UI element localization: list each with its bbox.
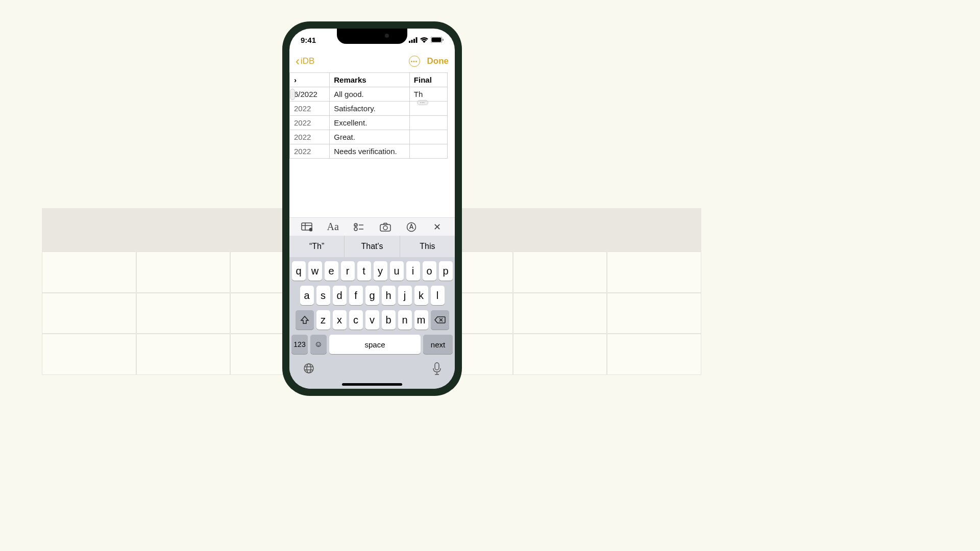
key-d[interactable]: d <box>333 286 347 305</box>
svg-point-21 <box>307 364 311 373</box>
cell-final[interactable] <box>409 144 447 159</box>
table-header-row: › Remarks Final <box>290 73 448 87</box>
key-i[interactable]: i <box>406 261 420 281</box>
wifi-icon <box>420 37 428 43</box>
key-z[interactable]: z <box>316 310 330 330</box>
cell-remarks[interactable]: All good. <box>330 87 410 102</box>
svg-point-16 <box>383 226 387 230</box>
globe-key[interactable] <box>303 362 315 375</box>
text-format-button[interactable]: Aa <box>327 221 339 233</box>
cell-remarks[interactable]: Excellent. <box>330 116 410 130</box>
key-k[interactable]: k <box>414 286 428 305</box>
header-date[interactable]: › <box>290 73 330 87</box>
cell-date[interactable]: 2022 <box>290 116 330 130</box>
cell-date[interactable]: 2022 <box>290 130 330 144</box>
header-final[interactable]: Final <box>409 73 447 87</box>
key-c[interactable]: c <box>349 310 363 330</box>
backspace-key[interactable] <box>431 310 449 330</box>
svg-rect-1 <box>411 40 413 43</box>
microphone-icon <box>432 362 442 375</box>
battery-icon <box>431 37 444 43</box>
table-button[interactable] <box>301 221 313 233</box>
key-w[interactable]: w <box>308 261 322 281</box>
suggestion-2[interactable]: This <box>400 236 455 257</box>
emoji-key[interactable]: ☺ <box>310 335 327 354</box>
table-row[interactable]: 2022 Excellent. <box>290 116 448 130</box>
shift-key[interactable] <box>296 310 314 330</box>
globe-icon <box>303 362 315 374</box>
key-x[interactable]: x <box>333 310 347 330</box>
back-button[interactable]: ‹ iDB <box>296 54 314 68</box>
back-label: iDB <box>301 56 314 66</box>
key-o[interactable]: o <box>423 261 436 281</box>
numbers-key[interactable]: 123 <box>291 335 308 354</box>
markup-button[interactable] <box>405 221 418 233</box>
cell-final[interactable] <box>409 130 447 144</box>
cell-remarks[interactable]: Great. <box>330 130 410 144</box>
table-row[interactable]: 6/2022 All good. Th <box>290 87 448 102</box>
formatting-toolbar: Aa ✕ <box>289 217 455 236</box>
notes-table-wrap: ··· › Remarks Final 6/2022 All good. Th … <box>289 72 455 159</box>
cell-date[interactable]: 2022 <box>290 144 330 159</box>
phone-frame: 9:41 ‹ iDB ••• <box>282 21 462 396</box>
key-j[interactable]: j <box>398 286 412 305</box>
svg-point-13 <box>354 228 357 231</box>
notes-table[interactable]: › Remarks Final 6/2022 All good. Th 2022… <box>289 72 448 159</box>
key-b[interactable]: b <box>382 310 396 330</box>
more-options-button[interactable]: ••• <box>409 56 420 67</box>
key-f[interactable]: f <box>349 286 363 305</box>
chevron-left-icon: ‹ <box>296 54 300 68</box>
key-y[interactable]: y <box>374 261 387 281</box>
cell-final[interactable] <box>409 102 447 116</box>
cell-date[interactable]: 6/2022 <box>290 87 330 102</box>
cell-remarks[interactable]: Satisfactory. <box>330 102 410 116</box>
key-t[interactable]: t <box>357 261 371 281</box>
close-toolbar-button[interactable]: ✕ <box>431 221 444 233</box>
dictation-key[interactable] <box>432 362 442 375</box>
svg-point-20 <box>304 364 313 373</box>
header-remarks[interactable]: Remarks <box>330 73 410 87</box>
camera-button[interactable] <box>379 221 391 233</box>
ellipsis-icon: ••• <box>411 59 418 64</box>
cell-remarks[interactable]: Needs verification. <box>330 144 410 159</box>
phone-screen: 9:41 ‹ iDB ••• <box>289 29 455 389</box>
next-key[interactable]: next <box>423 335 453 354</box>
key-g[interactable]: g <box>365 286 379 305</box>
cell-final[interactable]: Th <box>409 87 447 102</box>
key-s[interactable]: s <box>316 286 330 305</box>
cell-date[interactable]: 2022 <box>290 102 330 116</box>
key-e[interactable]: e <box>325 261 338 281</box>
svg-point-10 <box>309 228 313 231</box>
shift-icon <box>300 316 309 324</box>
table-row-handle[interactable]: ··· <box>290 89 295 100</box>
table-row[interactable]: 2022 Satisfactory. <box>290 102 448 116</box>
quicktype-suggestions: “Th” That's This <box>289 236 455 257</box>
key-h[interactable]: h <box>382 286 396 305</box>
done-button[interactable]: Done <box>427 56 449 66</box>
svg-rect-2 <box>413 39 415 43</box>
table-row[interactable]: 2022 Great. <box>290 130 448 144</box>
checklist-button[interactable] <box>353 221 365 233</box>
emoji-icon: ☺ <box>314 340 323 349</box>
key-v[interactable]: v <box>365 310 379 330</box>
key-r[interactable]: r <box>341 261 355 281</box>
key-n[interactable]: n <box>398 310 412 330</box>
key-p[interactable]: p <box>439 261 453 281</box>
cell-final[interactable] <box>409 116 447 130</box>
home-indicator[interactable] <box>342 383 402 386</box>
suggestion-0[interactable]: “Th” <box>289 236 345 257</box>
svg-rect-6 <box>443 39 444 41</box>
keyboard: q w e r t y u i o p a s d f g h j k l <box>289 257 455 389</box>
backspace-icon <box>434 316 446 324</box>
key-q[interactable]: q <box>292 261 306 281</box>
table-row[interactable]: 2022 Needs verification. <box>290 144 448 159</box>
suggestion-1[interactable]: That's <box>345 236 400 257</box>
key-m[interactable]: m <box>414 310 428 330</box>
svg-rect-0 <box>409 41 410 43</box>
key-u[interactable]: u <box>390 261 404 281</box>
svg-rect-24 <box>435 363 439 370</box>
key-l[interactable]: l <box>431 286 445 305</box>
status-time: 9:41 <box>301 36 316 44</box>
key-a[interactable]: a <box>300 286 314 305</box>
space-key[interactable]: space <box>329 335 421 354</box>
